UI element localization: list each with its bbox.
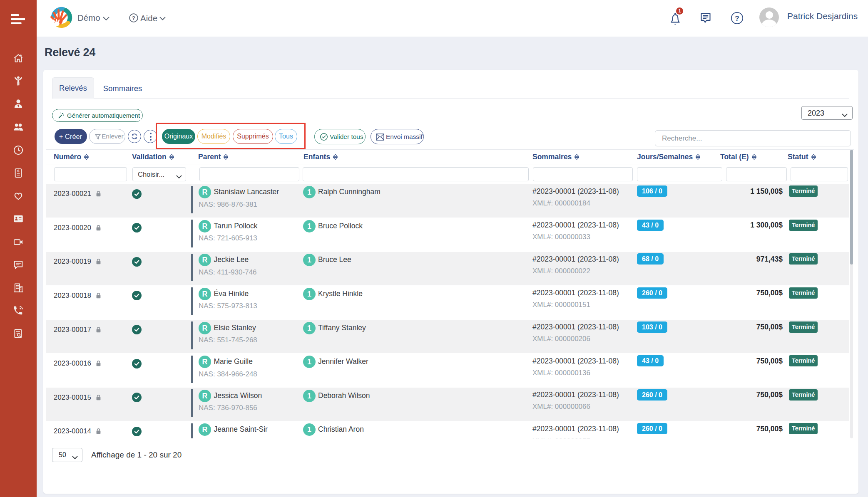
svg-text:?: ?	[735, 15, 739, 22]
svg-text:?: ?	[132, 15, 135, 21]
